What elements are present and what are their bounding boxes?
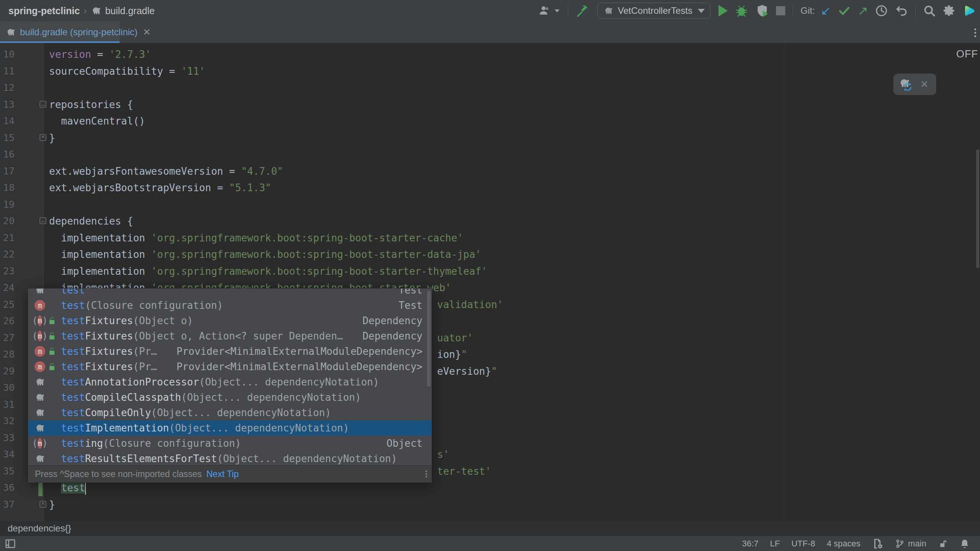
completion-item-testAnnotationProcessor[interactable]: testAnnotationProcessor(Object... depend… — [28, 374, 432, 390]
line-number[interactable]: 35 — [0, 463, 15, 480]
next-tip-link[interactable]: Next Tip — [206, 469, 238, 479]
plugin-logo-button[interactable] — [963, 2, 977, 19]
search-icon — [923, 4, 936, 17]
line-number[interactable]: 22 — [0, 246, 15, 263]
load-gradle-changes-button[interactable]: ✕ — [893, 74, 936, 95]
run-button[interactable] — [719, 2, 728, 19]
completion-item-testImplementation[interactable]: testImplementation(Object... dependencyN… — [28, 420, 432, 436]
debug-button[interactable] — [735, 2, 748, 19]
inspections-widget-icon[interactable] — [872, 538, 883, 549]
user-profile-button[interactable] — [538, 2, 561, 19]
git-commit-button[interactable] — [838, 2, 851, 19]
tab-options-kebab-icon[interactable] — [974, 27, 976, 39]
readonly-toggle[interactable] — [938, 539, 948, 549]
line-number[interactable]: 30 — [0, 379, 15, 396]
popup-scrollbar[interactable] — [427, 291, 431, 387]
line-number[interactable]: 18 — [0, 179, 15, 196]
completion-item-test[interactable]: testTest — [28, 288, 432, 298]
line-number[interactable]: 11 — [0, 63, 15, 80]
line-number[interactable]: 20 — [0, 213, 15, 230]
completion-item-testFixtures[interactable]: (m)testFixtures(Object o, Action<? super… — [28, 328, 432, 344]
close-icon[interactable]: ✕ — [920, 79, 929, 90]
completion-item-type: Object — [386, 438, 432, 449]
completion-item-type: Test — [398, 288, 432, 296]
code-text: ext.webjarsFontawesomeVersion = "4.7.0" — [49, 163, 283, 180]
line-number[interactable]: 19 — [0, 196, 15, 213]
code-line-14: 14 mavenCentral() — [0, 113, 980, 130]
stop-button[interactable] — [776, 2, 785, 19]
line-number[interactable]: 33 — [0, 430, 15, 446]
line-ending-indicator[interactable]: LF — [770, 539, 780, 549]
code-editor[interactable]: 10version = '2.7.3'11sourceCompatibility… — [0, 43, 980, 521]
settings-button[interactable] — [943, 2, 956, 19]
fold-end-icon[interactable]: ^ — [39, 134, 46, 141]
code-line-16: 16 — [0, 146, 980, 163]
arrow-up-right-icon: ↗ — [858, 5, 868, 17]
notifications-button[interactable] — [959, 538, 970, 549]
line-number[interactable]: 15 — [0, 130, 15, 146]
inspection-highlight-status[interactable]: OFF — [956, 48, 978, 60]
fold-collapse-icon[interactable]: – — [39, 217, 46, 224]
line-number[interactable]: 28 — [0, 346, 15, 363]
line-number[interactable]: 26 — [0, 313, 15, 330]
tool-windows-icon[interactable] — [5, 538, 16, 549]
close-icon[interactable]: ✕ — [143, 27, 151, 38]
completion-item-testResultsElementsForTest[interactable]: testResultsElementsForTest(Object... dep… — [28, 451, 432, 466]
tab-build-gradle[interactable]: build.gradle (spring-petclinic) ✕ — [0, 21, 120, 43]
line-number[interactable]: 24 — [0, 279, 15, 296]
completion-item-testFixtures[interactable]: mtestFixtures(Pr…Provider<MinimalExterna… — [28, 344, 432, 359]
line-number[interactable]: 12 — [0, 79, 15, 96]
breadcrumb-file[interactable]: build.gradle — [105, 5, 155, 16]
breadcrumb-project[interactable]: spring-petclinic — [8, 5, 80, 16]
line-number[interactable]: 34 — [0, 446, 15, 463]
code-line-10: 10version = '2.7.3' — [0, 46, 980, 63]
method-in-parens-icon: (m) — [33, 315, 46, 326]
completion-item-text: testFixtures(Pr… — [61, 361, 157, 372]
line-number[interactable]: 36 — [0, 479, 15, 496]
editor-scrollbar[interactable] — [976, 149, 979, 268]
search-everywhere-button[interactable] — [923, 2, 936, 19]
line-number[interactable]: 17 — [0, 163, 15, 180]
git-branch-widget[interactable]: main — [895, 539, 926, 549]
encoding-indicator[interactable]: UTF-8 — [791, 539, 815, 549]
completion-item-test[interactable]: mtest(Closure configuration)Test — [28, 298, 432, 313]
line-number[interactable]: 21 — [0, 230, 15, 246]
undo-icon — [895, 4, 908, 17]
completion-item-testCompileOnly[interactable]: testCompileOnly(Object... dependencyNota… — [28, 405, 432, 420]
completion-item-testCompileClasspath[interactable]: testCompileClasspath(Object... dependenc… — [28, 390, 432, 405]
run-configuration-select[interactable]: VetControllerTests — [597, 3, 710, 19]
breadcrumb-scope[interactable]: dependencies{} — [8, 523, 71, 534]
line-number[interactable]: 27 — [0, 330, 15, 346]
completion-item-testFixtures[interactable]: (m)testFixtures(Object o)Dependency — [28, 313, 432, 328]
method-in-parens-icon: (m) — [33, 331, 46, 341]
fold-collapse-icon[interactable]: – — [39, 101, 46, 108]
caret-position[interactable]: 36:7 — [742, 539, 758, 549]
divider — [793, 5, 793, 16]
git-update-button[interactable]: ↙ — [821, 2, 831, 19]
completion-item-testFixtures[interactable]: mtestFixtures(Pr…Provider<MinimalExterna… — [28, 359, 432, 374]
hammer-icon — [576, 4, 589, 18]
line-number[interactable]: 31 — [0, 396, 15, 413]
line-number[interactable]: 10 — [0, 46, 15, 63]
completion-item-text: testResultsElementsForTest(Object... dep… — [61, 453, 397, 464]
line-number[interactable]: 37 — [0, 496, 15, 513]
indent-indicator[interactable]: 4 spaces — [827, 539, 860, 549]
gradle-elephant-icon — [33, 376, 46, 388]
completion-item-testing[interactable]: (m)testing(Closure configuration)Object — [28, 436, 432, 451]
line-number[interactable]: 16 — [0, 146, 15, 163]
rollback-button[interactable] — [895, 2, 908, 19]
history-button[interactable] — [875, 2, 888, 19]
completion-item-text: test — [61, 288, 85, 296]
line-number[interactable]: 13 — [0, 96, 15, 113]
popup-options-kebab-icon[interactable] — [426, 469, 427, 479]
line-number[interactable]: 32 — [0, 413, 15, 430]
line-number[interactable]: 25 — [0, 296, 15, 313]
line-number[interactable]: 29 — [0, 363, 15, 380]
code-text-remnant: s' — [437, 446, 449, 463]
line-number[interactable]: 23 — [0, 263, 15, 280]
git-push-button[interactable]: ↗ — [858, 2, 868, 19]
fold-end-icon[interactable]: ^ — [39, 501, 46, 508]
run-with-coverage-button[interactable] — [755, 2, 769, 19]
build-project-button[interactable] — [576, 2, 589, 19]
line-number[interactable]: 14 — [0, 113, 15, 130]
